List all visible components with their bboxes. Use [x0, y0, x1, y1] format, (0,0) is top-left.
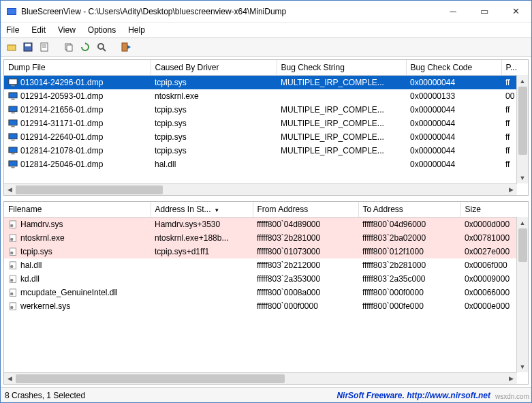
- driver-list-pane: Filename Address In St... ▾ From Address…: [3, 201, 529, 385]
- svg-rect-24: [11, 140, 14, 141]
- status-text: 8 Crashes, 1 Selected: [1, 391, 337, 400]
- dump-list-pane: Dump File Caused By Driver Bug Check Str…: [3, 59, 529, 196]
- table-row[interactable]: tcpip.systcpip.sys+d1ff1fffff800`0107300…: [4, 245, 516, 258]
- scroll-right-icon[interactable]: ▶: [505, 373, 517, 385]
- window-title: BlueScreenView - C:\Users\Adity\Desktop\…: [21, 7, 437, 16]
- svg-rect-28: [11, 167, 14, 168]
- table-row[interactable]: 012914-20593-01.dmpntoskrnl.exe0x0000013…: [4, 89, 516, 103]
- svg-rect-19: [9, 106, 17, 112]
- menu-help[interactable]: Help: [128, 25, 145, 35]
- table-row[interactable]: mcupdate_GenuineIntel.dllfffff800`0008a0…: [4, 286, 516, 299]
- toolbar: [1, 38, 531, 57]
- vertical-scrollbar[interactable]: ▲ ▼: [516, 217, 528, 372]
- watermark: wsxdn.com: [495, 393, 529, 400]
- scroll-up-icon[interactable]: ▲: [517, 217, 529, 228]
- minimize-button[interactable]: ─: [437, 1, 469, 23]
- svg-marker-10: [85, 42, 87, 44]
- svg-rect-22: [11, 126, 14, 128]
- maximize-button[interactable]: ▭: [469, 1, 500, 23]
- table-row[interactable]: 012914-31171-01.dmptcpip.sysMULTIPLE_IRP…: [4, 117, 516, 130]
- svg-rect-21: [9, 120, 17, 125]
- col-to-addr[interactable]: To Address: [358, 202, 460, 217]
- table-row[interactable]: 012814-21078-01.dmptcpip.sysMULTIPLE_IRP…: [4, 144, 516, 158]
- svg-rect-18: [11, 99, 14, 100]
- table-row[interactable]: 012914-22640-01.dmptcpip.sysMULTIPLE_IRP…: [4, 130, 516, 144]
- svg-point-30: [10, 224, 13, 227]
- table-row[interactable]: Hamdrv.sysHamdrv.sys+3530fffff800`04d890…: [4, 217, 516, 231]
- svg-point-36: [10, 265, 13, 268]
- svg-rect-13: [122, 43, 127, 51]
- table-row[interactable]: kd.dllfffff803`2a353000fffff803`2a35c000…: [4, 272, 516, 286]
- svg-rect-16: [11, 85, 14, 87]
- col-filename[interactable]: Filename: [4, 202, 151, 217]
- col-caused-by[interactable]: Caused By Driver: [151, 60, 277, 75]
- svg-point-42: [10, 306, 13, 309]
- svg-rect-2: [7, 45, 16, 50]
- tool-refresh-icon[interactable]: [78, 40, 92, 54]
- tool-save-icon[interactable]: [21, 40, 35, 54]
- svg-rect-9: [67, 45, 72, 51]
- driver-table[interactable]: Filename Address In St... ▾ From Address…: [4, 202, 516, 313]
- svg-rect-23: [9, 134, 17, 139]
- svg-point-38: [10, 279, 13, 282]
- scroll-left-icon[interactable]: ◀: [4, 184, 16, 196]
- svg-rect-25: [9, 147, 17, 153]
- driver-table-header[interactable]: Filename Address In St... ▾ From Address…: [4, 202, 516, 217]
- horizontal-scrollbar[interactable]: ◀ ▶: [4, 372, 517, 384]
- table-row[interactable]: werkernel.sysfffff800`000f0000fffff800`0…: [4, 299, 516, 313]
- table-row[interactable]: 012914-21656-01.dmptcpip.sysMULTIPLE_IRP…: [4, 103, 516, 117]
- col-bug-code[interactable]: Bug Check Code: [406, 60, 501, 75]
- menu-file[interactable]: File: [6, 25, 19, 35]
- table-row[interactable]: hal.dllfffff803`2b212000fffff803`2b28100…: [4, 258, 516, 272]
- svg-rect-27: [9, 161, 17, 166]
- svg-point-34: [10, 252, 13, 254]
- table-row[interactable]: 013014-24296-01.dmptcpip.sysMULTIPLE_IRP…: [4, 75, 516, 89]
- col-p[interactable]: P...: [501, 60, 516, 75]
- menu-options[interactable]: Options: [88, 25, 116, 35]
- close-button[interactable]: ✕: [500, 1, 531, 23]
- app-icon: [6, 6, 17, 17]
- svg-rect-1: [7, 9, 16, 14]
- tool-open-icon[interactable]: [5, 40, 18, 54]
- col-from-addr[interactable]: From Address: [253, 202, 358, 217]
- svg-rect-17: [9, 93, 17, 98]
- scroll-right-icon[interactable]: ▶: [505, 184, 517, 196]
- scroll-left-icon[interactable]: ◀: [4, 373, 16, 385]
- tool-copy-icon[interactable]: [62, 40, 76, 54]
- table-row[interactable]: 012814-25046-01.dmphal.dll0x00000044ff: [4, 158, 516, 171]
- col-bug-string[interactable]: Bug Check String: [277, 60, 406, 75]
- scroll-down-icon[interactable]: ▼: [517, 172, 529, 183]
- svg-rect-20: [11, 113, 14, 114]
- col-size[interactable]: Size: [460, 202, 516, 217]
- menu-bar: File Edit View Options Help: [1, 23, 531, 38]
- scroll-down-icon[interactable]: ▼: [517, 361, 529, 372]
- title-bar: BlueScreenView - C:\Users\Adity\Desktop\…: [1, 1, 531, 23]
- svg-rect-4: [25, 44, 31, 46]
- svg-rect-26: [11, 153, 14, 155]
- table-row[interactable]: ntoskrnl.exentoskrnl.exe+188b...fffff803…: [4, 231, 516, 245]
- horizontal-scrollbar[interactable]: ◀ ▶: [4, 183, 517, 195]
- svg-point-11: [98, 44, 104, 49]
- vertical-scrollbar[interactable]: ▲ ▼: [516, 75, 528, 183]
- scroll-up-icon[interactable]: ▲: [517, 75, 529, 87]
- svg-marker-14: [127, 45, 131, 49]
- window-controls: ─ ▭ ✕: [437, 1, 531, 23]
- status-bar: 8 Crashes, 1 Selected NirSoft Freeware. …: [1, 387, 531, 402]
- svg-rect-15: [9, 79, 17, 85]
- tool-properties-icon[interactable]: [37, 40, 51, 54]
- menu-edit[interactable]: Edit: [31, 25, 46, 35]
- tool-find-icon[interactable]: [95, 40, 108, 54]
- dump-table-header[interactable]: Dump File Caused By Driver Bug Check Str…: [4, 60, 516, 75]
- svg-point-40: [10, 293, 13, 295]
- col-dump-file[interactable]: Dump File: [4, 60, 151, 75]
- col-address-in[interactable]: Address In St... ▾: [151, 202, 253, 217]
- dump-table[interactable]: Dump File Caused By Driver Bug Check Str…: [4, 60, 516, 171]
- tool-exit-icon[interactable]: [119, 40, 133, 54]
- svg-line-12: [103, 48, 106, 51]
- menu-view[interactable]: View: [58, 25, 76, 35]
- svg-point-32: [10, 238, 13, 241]
